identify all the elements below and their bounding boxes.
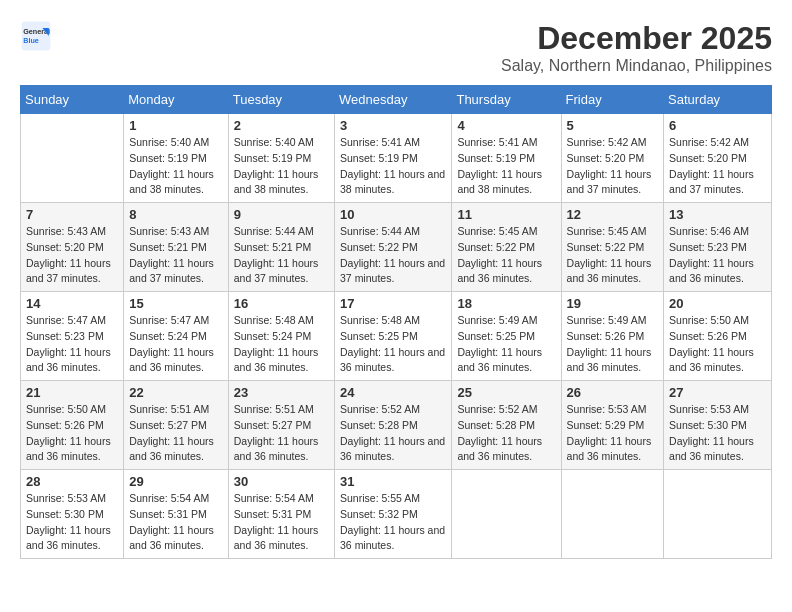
day-number: 11 [457, 207, 555, 222]
day-number: 22 [129, 385, 222, 400]
calendar-body: 1Sunrise: 5:40 AMSunset: 5:19 PMDaylight… [21, 114, 772, 559]
day-cell: 12Sunrise: 5:45 AMSunset: 5:22 PMDayligh… [561, 203, 664, 292]
day-cell [561, 470, 664, 559]
day-info: Sunrise: 5:42 AMSunset: 5:20 PMDaylight:… [567, 135, 659, 198]
svg-text:Blue: Blue [23, 36, 39, 45]
day-cell: 11Sunrise: 5:45 AMSunset: 5:22 PMDayligh… [452, 203, 561, 292]
week-row-1: 7Sunrise: 5:43 AMSunset: 5:20 PMDaylight… [21, 203, 772, 292]
day-number: 13 [669, 207, 766, 222]
day-info: Sunrise: 5:48 AMSunset: 5:25 PMDaylight:… [340, 313, 446, 376]
day-cell: 27Sunrise: 5:53 AMSunset: 5:30 PMDayligh… [664, 381, 772, 470]
day-cell: 23Sunrise: 5:51 AMSunset: 5:27 PMDayligh… [228, 381, 334, 470]
day-number: 17 [340, 296, 446, 311]
day-number: 2 [234, 118, 329, 133]
day-info: Sunrise: 5:40 AMSunset: 5:19 PMDaylight:… [129, 135, 222, 198]
day-number: 27 [669, 385, 766, 400]
location-title: Salay, Northern Mindanao, Philippines [501, 57, 772, 75]
day-number: 28 [26, 474, 118, 489]
day-number: 21 [26, 385, 118, 400]
col-header-saturday: Saturday [664, 86, 772, 114]
day-info: Sunrise: 5:46 AMSunset: 5:23 PMDaylight:… [669, 224, 766, 287]
day-number: 18 [457, 296, 555, 311]
day-info: Sunrise: 5:48 AMSunset: 5:24 PMDaylight:… [234, 313, 329, 376]
day-number: 30 [234, 474, 329, 489]
day-info: Sunrise: 5:51 AMSunset: 5:27 PMDaylight:… [234, 402, 329, 465]
day-cell: 4Sunrise: 5:41 AMSunset: 5:19 PMDaylight… [452, 114, 561, 203]
day-info: Sunrise: 5:45 AMSunset: 5:22 PMDaylight:… [457, 224, 555, 287]
day-info: Sunrise: 5:55 AMSunset: 5:32 PMDaylight:… [340, 491, 446, 554]
day-info: Sunrise: 5:51 AMSunset: 5:27 PMDaylight:… [129, 402, 222, 465]
day-cell: 30Sunrise: 5:54 AMSunset: 5:31 PMDayligh… [228, 470, 334, 559]
col-header-tuesday: Tuesday [228, 86, 334, 114]
day-cell: 29Sunrise: 5:54 AMSunset: 5:31 PMDayligh… [124, 470, 228, 559]
day-info: Sunrise: 5:40 AMSunset: 5:19 PMDaylight:… [234, 135, 329, 198]
day-info: Sunrise: 5:52 AMSunset: 5:28 PMDaylight:… [457, 402, 555, 465]
day-number: 16 [234, 296, 329, 311]
day-info: Sunrise: 5:45 AMSunset: 5:22 PMDaylight:… [567, 224, 659, 287]
day-info: Sunrise: 5:54 AMSunset: 5:31 PMDaylight:… [129, 491, 222, 554]
day-cell: 15Sunrise: 5:47 AMSunset: 5:24 PMDayligh… [124, 292, 228, 381]
day-info: Sunrise: 5:44 AMSunset: 5:21 PMDaylight:… [234, 224, 329, 287]
day-info: Sunrise: 5:41 AMSunset: 5:19 PMDaylight:… [340, 135, 446, 198]
day-info: Sunrise: 5:43 AMSunset: 5:21 PMDaylight:… [129, 224, 222, 287]
day-number: 23 [234, 385, 329, 400]
day-info: Sunrise: 5:53 AMSunset: 5:30 PMDaylight:… [669, 402, 766, 465]
day-number: 14 [26, 296, 118, 311]
day-cell: 5Sunrise: 5:42 AMSunset: 5:20 PMDaylight… [561, 114, 664, 203]
logo: General Blue [20, 20, 52, 52]
day-number: 15 [129, 296, 222, 311]
day-cell: 17Sunrise: 5:48 AMSunset: 5:25 PMDayligh… [335, 292, 452, 381]
day-cell [452, 470, 561, 559]
day-cell: 9Sunrise: 5:44 AMSunset: 5:21 PMDaylight… [228, 203, 334, 292]
day-number: 3 [340, 118, 446, 133]
header: General Blue December 2025 Salay, Northe… [20, 20, 772, 75]
day-cell: 7Sunrise: 5:43 AMSunset: 5:20 PMDaylight… [21, 203, 124, 292]
title-area: December 2025 Salay, Northern Mindanao, … [501, 20, 772, 75]
day-cell [21, 114, 124, 203]
week-row-2: 14Sunrise: 5:47 AMSunset: 5:23 PMDayligh… [21, 292, 772, 381]
day-cell: 16Sunrise: 5:48 AMSunset: 5:24 PMDayligh… [228, 292, 334, 381]
day-cell: 25Sunrise: 5:52 AMSunset: 5:28 PMDayligh… [452, 381, 561, 470]
day-cell: 10Sunrise: 5:44 AMSunset: 5:22 PMDayligh… [335, 203, 452, 292]
day-info: Sunrise: 5:44 AMSunset: 5:22 PMDaylight:… [340, 224, 446, 287]
day-cell [664, 470, 772, 559]
day-cell: 28Sunrise: 5:53 AMSunset: 5:30 PMDayligh… [21, 470, 124, 559]
day-info: Sunrise: 5:49 AMSunset: 5:26 PMDaylight:… [567, 313, 659, 376]
col-header-monday: Monday [124, 86, 228, 114]
day-number: 5 [567, 118, 659, 133]
day-info: Sunrise: 5:54 AMSunset: 5:31 PMDaylight:… [234, 491, 329, 554]
month-title: December 2025 [501, 20, 772, 57]
day-cell: 31Sunrise: 5:55 AMSunset: 5:32 PMDayligh… [335, 470, 452, 559]
day-number: 29 [129, 474, 222, 489]
col-header-wednesday: Wednesday [335, 86, 452, 114]
day-number: 26 [567, 385, 659, 400]
day-number: 7 [26, 207, 118, 222]
day-info: Sunrise: 5:52 AMSunset: 5:28 PMDaylight:… [340, 402, 446, 465]
day-info: Sunrise: 5:53 AMSunset: 5:30 PMDaylight:… [26, 491, 118, 554]
calendar-header: SundayMondayTuesdayWednesdayThursdayFrid… [21, 86, 772, 114]
day-cell: 18Sunrise: 5:49 AMSunset: 5:25 PMDayligh… [452, 292, 561, 381]
day-number: 9 [234, 207, 329, 222]
day-cell: 21Sunrise: 5:50 AMSunset: 5:26 PMDayligh… [21, 381, 124, 470]
day-number: 10 [340, 207, 446, 222]
day-info: Sunrise: 5:43 AMSunset: 5:20 PMDaylight:… [26, 224, 118, 287]
day-number: 25 [457, 385, 555, 400]
logo-icon: General Blue [20, 20, 52, 52]
day-number: 6 [669, 118, 766, 133]
day-cell: 22Sunrise: 5:51 AMSunset: 5:27 PMDayligh… [124, 381, 228, 470]
day-cell: 1Sunrise: 5:40 AMSunset: 5:19 PMDaylight… [124, 114, 228, 203]
day-number: 19 [567, 296, 659, 311]
week-row-0: 1Sunrise: 5:40 AMSunset: 5:19 PMDaylight… [21, 114, 772, 203]
week-row-4: 28Sunrise: 5:53 AMSunset: 5:30 PMDayligh… [21, 470, 772, 559]
day-info: Sunrise: 5:49 AMSunset: 5:25 PMDaylight:… [457, 313, 555, 376]
day-number: 8 [129, 207, 222, 222]
day-info: Sunrise: 5:47 AMSunset: 5:23 PMDaylight:… [26, 313, 118, 376]
day-info: Sunrise: 5:42 AMSunset: 5:20 PMDaylight:… [669, 135, 766, 198]
col-header-friday: Friday [561, 86, 664, 114]
header-row: SundayMondayTuesdayWednesdayThursdayFrid… [21, 86, 772, 114]
day-number: 20 [669, 296, 766, 311]
calendar-table: SundayMondayTuesdayWednesdayThursdayFrid… [20, 85, 772, 559]
day-cell: 20Sunrise: 5:50 AMSunset: 5:26 PMDayligh… [664, 292, 772, 381]
day-number: 31 [340, 474, 446, 489]
day-number: 24 [340, 385, 446, 400]
